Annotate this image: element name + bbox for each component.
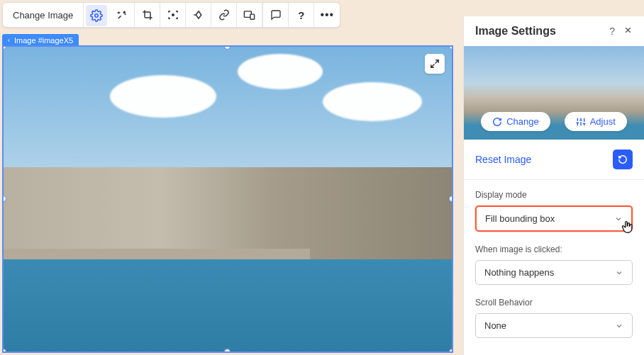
display-mode-label: Display mode — [475, 190, 633, 200]
display-mode-value: Fill bounding box — [485, 213, 555, 224]
comment-button[interactable] — [263, 3, 289, 27]
link-icon — [218, 9, 230, 21]
responsive-button[interactable] — [237, 3, 262, 27]
expand-icon — [430, 59, 440, 69]
chevron-down-icon — [615, 269, 623, 277]
click-action-value: Nothing happens — [484, 267, 554, 278]
resize-handle-bm[interactable] — [224, 349, 231, 353]
devices-icon — [243, 9, 255, 21]
change-image-label: Change Image — [13, 10, 73, 21]
crop-button[interactable] — [135, 3, 160, 27]
settings-button[interactable] — [86, 5, 107, 26]
image-toolbar: Change Image — [2, 2, 340, 28]
svg-point-0 — [95, 14, 99, 18]
help-button[interactable]: ? — [289, 3, 314, 27]
close-icon — [623, 26, 633, 35]
scroll-behavior-label: Scroll Behavior — [475, 298, 633, 308]
panel-help-button[interactable]: ? — [609, 26, 615, 37]
reset-row: Reset Image — [464, 140, 644, 180]
more-icon: ••• — [320, 9, 334, 21]
undo-button[interactable] — [613, 150, 633, 169]
image-settings-panel: Image Settings ? Change Adjust — [463, 16, 644, 355]
adjust-button[interactable]: Adjust — [565, 112, 627, 131]
change-button[interactable]: Change — [481, 112, 550, 131]
resize-handle-bl[interactable] — [2, 349, 6, 353]
resize-handle-tr[interactable] — [449, 45, 453, 50]
reset-image-link[interactable]: Reset Image — [475, 154, 531, 165]
panel-header: Image Settings ? — [464, 16, 644, 46]
scroll-behavior-value: None — [484, 320, 506, 331]
click-action-section: When image is clicked: Nothing happens — [464, 235, 644, 288]
resize-handle-mr[interactable] — [449, 196, 453, 202]
animation-button[interactable] — [186, 3, 211, 27]
gear-icon — [90, 9, 103, 22]
display-mode-section: Display mode Fill bounding box — [464, 180, 644, 235]
resize-handle-br[interactable] — [449, 349, 453, 353]
question-icon: ? — [609, 26, 615, 37]
chevron-down-icon — [615, 322, 623, 330]
image-placeholder-water — [4, 259, 452, 351]
selected-image-frame[interactable] — [2, 45, 453, 353]
click-action-label: When image is clicked: — [475, 244, 633, 254]
breadcrumb-label: Image #imageX5 — [14, 36, 73, 45]
chevron-down-icon — [614, 215, 623, 223]
link-button[interactable] — [211, 3, 237, 27]
display-mode-select[interactable]: Fill bounding box — [475, 205, 633, 232]
more-button[interactable]: ••• — [314, 3, 340, 27]
adjust-button-label: Adjust — [590, 116, 616, 127]
comment-icon — [270, 9, 282, 21]
chevron-left-icon: ‹ — [8, 37, 10, 44]
panel-close-button[interactable] — [623, 26, 633, 37]
click-action-select[interactable]: Nothing happens — [475, 260, 633, 285]
image-preview: Change Adjust — [464, 46, 644, 140]
change-image-button[interactable]: Change Image — [3, 3, 84, 27]
animation-icon — [192, 9, 205, 21]
scroll-behavior-select[interactable]: None — [475, 313, 633, 338]
image-placeholder-clouds — [25, 54, 431, 181]
sliders-icon — [576, 117, 586, 127]
panel-title: Image Settings — [475, 25, 556, 38]
focal-point-button[interactable] — [160, 3, 186, 27]
question-icon: ? — [298, 9, 304, 21]
focal-icon — [167, 9, 179, 21]
svg-rect-4 — [250, 14, 255, 19]
filters-button[interactable] — [109, 3, 135, 27]
scroll-behavior-section: Scroll Behavior None — [464, 288, 644, 341]
crop-icon — [142, 9, 153, 21]
svg-point-2 — [172, 14, 174, 16]
expand-button[interactable] — [425, 54, 445, 74]
change-button-label: Change — [506, 116, 539, 127]
undo-icon — [618, 154, 628, 164]
refresh-icon — [492, 117, 502, 127]
svg-point-1 — [123, 12, 125, 13]
wand-icon — [116, 9, 128, 21]
